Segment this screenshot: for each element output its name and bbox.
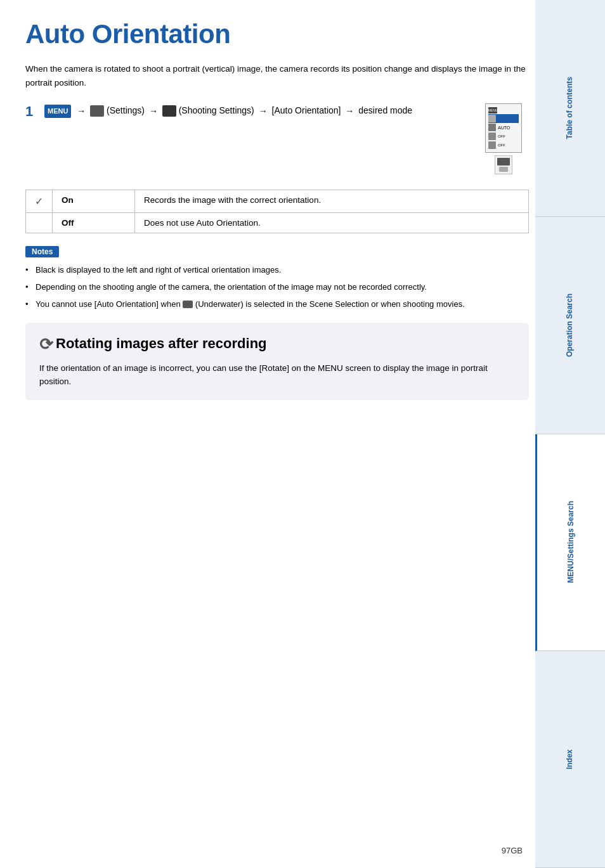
menu-icon: MENU [488,107,497,113]
arrow-4: → [345,106,354,116]
settings-icon [90,105,104,117]
instruction-label-1: (Settings) [107,105,145,115]
instruction-label-2: (Shooting Settings) [179,105,254,115]
rotate-icon: ⟳ [39,335,53,354]
check-on: ✓ [26,190,53,213]
menu-iso-icon [488,141,496,149]
menu-row-flash: AUTO [488,123,519,132]
intro-text: When the camera is rotated to shoot a po… [25,62,529,89]
menu-diagram-container: MENU AUTO OFF OFF [478,103,529,174]
options-table: ✓ On Records the image with the correct … [25,190,529,233]
mode-panel [495,155,512,174]
tip-text: If the orientation of an image is incorr… [39,361,515,389]
option-off-name: Off [53,213,135,233]
arrow-2: → [149,106,158,116]
table-row: ✓ On Records the image with the correct … [26,190,529,213]
table-row: Off Does not use Auto Orientation. [26,213,529,233]
shooting-icon [162,105,176,117]
menu-iso-label: OFF [498,143,505,147]
instruction-label-3: [Auto Orientation] [272,105,341,115]
play-icon [499,167,508,172]
sidebar-tab-toc[interactable]: Table of contents [535,0,605,217]
sidebar-tab-index[interactable]: Index [535,651,605,868]
tip-title-text: Rotating images after recording [56,335,267,352]
note-item: You cannot use [Auto Orientation] when (… [25,298,529,311]
sidebar-tab-menu[interactable]: MENU/Settings Search [535,434,605,651]
menu-flash-label: AUTO [498,126,510,130]
option-on-desc: Records the image with the correct orien… [135,190,529,213]
option-off-desc: Does not use Auto Orientation. [135,213,529,233]
arrow-1: → [77,106,86,116]
menu-wb-icon [488,133,496,140]
mode-icon [497,158,510,165]
sidebar: Table of contents Operation Search MENU/… [535,0,605,868]
sidebar-tab-operation-label: Operation Search [565,294,575,357]
note-item: Black is displayed to the left and right… [25,264,529,277]
instruction-label-4: desired mode [358,105,412,115]
instruction-text: MENU → (Settings) → (Shooting Settings) … [44,103,472,119]
menu-settings-icon [488,115,496,122]
menu-badge: MENU [44,105,71,118]
sidebar-tab-index-label: Index [565,749,575,769]
menu-row-settings [488,114,519,123]
notes-box: Notes Black is displayed to the left and… [25,246,529,311]
step-number: 1 [25,103,38,120]
check-off [26,213,53,233]
sidebar-tab-toc-label: Table of contents [565,77,575,139]
sidebar-tab-operation[interactable]: Operation Search [535,217,605,434]
menu-row-iso: OFF [488,141,519,150]
menu-row-wb: OFF [488,132,519,141]
menu-wb-label: OFF [498,134,505,138]
menu-row-menu: MENU [488,107,519,114]
underwater-icon [183,301,193,308]
page-title: Auto Orientation [25,19,529,49]
note-item: Depending on the shooting angle of the c… [25,281,529,294]
option-on-name: On [53,190,135,213]
notes-label: Notes [25,246,59,257]
tip-title: ⟳ Rotating images after recording [39,334,515,354]
menu-diagram: MENU AUTO OFF OFF [485,103,522,153]
instruction-row: 1 MENU → (Settings) → (Shooting Settings… [25,103,529,174]
menu-flash-icon [488,124,496,131]
notes-list: Black is displayed to the left and right… [25,264,529,311]
sidebar-tab-menu-label: MENU/Settings Search [566,501,576,583]
arrow-3: → [259,106,268,116]
page-number: 97GB [502,846,523,855]
tip-box: ⟳ Rotating images after recording If the… [25,323,529,400]
